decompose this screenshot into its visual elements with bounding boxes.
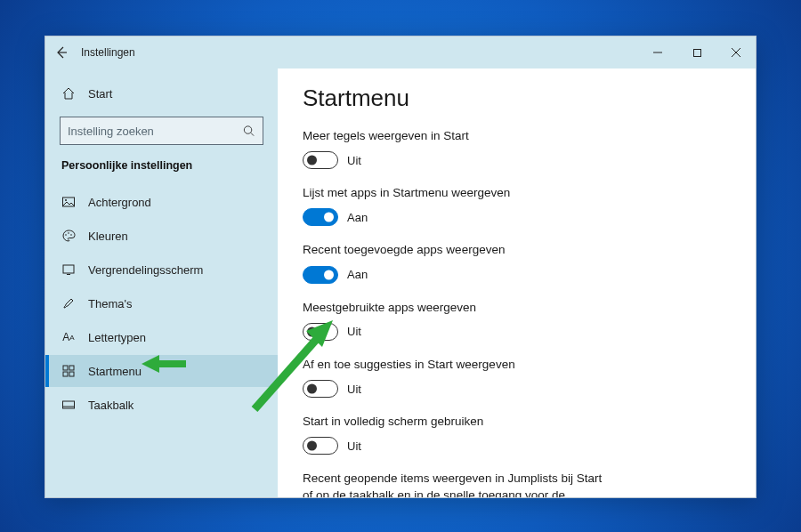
content-area: Startmenu Meer tegels weergeven in Start… [278, 69, 756, 497]
settings-window: Instellingen [44, 36, 756, 498]
nav-label: Achtergrond [88, 196, 151, 209]
close-icon [731, 47, 741, 58]
nav-label: Lettertypen [88, 331, 146, 344]
toggle-state: Uit [347, 325, 361, 338]
maximize-button[interactable] [677, 36, 716, 69]
taskbar-icon [61, 398, 76, 412]
close-button[interactable] [716, 36, 756, 69]
maximize-icon [692, 48, 702, 58]
start-icon [61, 364, 76, 378]
svg-rect-12 [63, 265, 74, 273]
svg-rect-16 [63, 372, 68, 376]
toggle-state: Uit [347, 383, 361, 396]
sidebar: Start Persoonlijke instellingen [45, 69, 278, 497]
palette-icon [61, 229, 76, 243]
svg-point-9 [65, 234, 67, 236]
arrow-left-icon [54, 45, 69, 60]
nav-item-colors[interactable]: Kleuren [45, 220, 278, 252]
window-title: Instellingen [81, 46, 135, 59]
nav-item-fonts[interactable]: AA Lettertypen [45, 321, 278, 353]
search-input[interactable] [68, 125, 236, 138]
svg-line-6 [251, 133, 254, 135]
svg-point-11 [70, 234, 72, 236]
toggle-most-used[interactable] [303, 323, 338, 341]
home-label: Start [88, 87, 112, 101]
svg-point-8 [65, 199, 67, 201]
toggle-app-list[interactable] [303, 208, 338, 226]
setting-label: Recent geopende items weergeven in Jumpl… [303, 471, 605, 497]
toggle-state: Aan [347, 211, 368, 224]
setting-recent-apps: Recent toegevoegde apps weergeven Aan [303, 242, 731, 283]
svg-rect-15 [69, 366, 74, 370]
back-button[interactable] [45, 36, 77, 69]
font-icon: AA [61, 330, 76, 344]
titlebar: Instellingen [45, 36, 756, 69]
page-title: Startmenu [303, 85, 731, 112]
svg-rect-2 [693, 49, 700, 56]
search-icon [242, 125, 255, 138]
setting-label: Meestgebruikte apps weergeven [303, 300, 605, 316]
search-box[interactable] [60, 117, 263, 145]
svg-point-10 [68, 232, 69, 234]
svg-rect-13 [67, 274, 70, 275]
setting-label: Meer tegels weergeven in Start [303, 128, 605, 144]
toggle-fullscreen[interactable] [303, 437, 338, 455]
nav-label: Thema's [88, 297, 132, 310]
svg-rect-18 [63, 401, 75, 408]
toggle-state: Uit [347, 154, 361, 167]
toggle-suggestions[interactable] [303, 380, 338, 398]
brush-icon [61, 296, 76, 310]
setting-label: Start in volledig scherm gebruiken [303, 414, 605, 430]
svg-rect-17 [69, 372, 74, 376]
nav-item-start[interactable]: Startmenu [45, 355, 278, 387]
nav-label: Startmenu [88, 365, 142, 378]
setting-label: Af en toe suggesties in Start weergeven [303, 357, 605, 373]
svg-rect-7 [63, 197, 75, 206]
nav-item-background[interactable]: Achtergrond [45, 186, 278, 218]
setting-more-tiles: Meer tegels weergeven in Start Uit [303, 128, 731, 169]
category-header: Persoonlijke instellingen [45, 156, 278, 184]
toggle-state: Uit [347, 439, 361, 453]
picture-icon [61, 195, 76, 209]
svg-point-5 [244, 126, 251, 133]
nav-label: Taakbalk [88, 399, 134, 412]
nav-label: Kleuren [88, 230, 128, 243]
setting-suggestions: Af en toe suggesties in Start weergeven … [303, 357, 731, 398]
home-button[interactable]: Start [45, 77, 278, 109]
lockscreen-icon [61, 262, 76, 277]
setting-most-used: Meestgebruikte apps weergeven Uit [303, 300, 731, 341]
home-icon [61, 86, 76, 101]
nav-item-themes[interactable]: Thema's [45, 287, 278, 319]
toggle-state: Aan [347, 268, 368, 281]
nav-label: Vergrendelingsscherm [88, 263, 203, 277]
nav-item-taskbar[interactable]: Taakbalk [45, 389, 278, 421]
minimize-button[interactable] [638, 36, 677, 69]
toggle-more-tiles[interactable] [303, 151, 338, 169]
setting-label: Lijst met apps in Startmenu weergeven [303, 185, 605, 201]
toggle-recent-apps[interactable] [303, 266, 338, 284]
setting-jumplists: Recent geopende items weergeven in Jumpl… [303, 471, 731, 497]
nav-item-lockscreen[interactable]: Vergrendelingsscherm [45, 254, 278, 286]
setting-fullscreen: Start in volledig scherm gebruiken Uit [303, 414, 731, 455]
setting-app-list: Lijst met apps in Startmenu weergeven Aa… [303, 185, 731, 226]
svg-rect-14 [63, 366, 68, 370]
setting-label: Recent toegevoegde apps weergeven [303, 242, 605, 258]
minimize-icon [652, 47, 663, 58]
